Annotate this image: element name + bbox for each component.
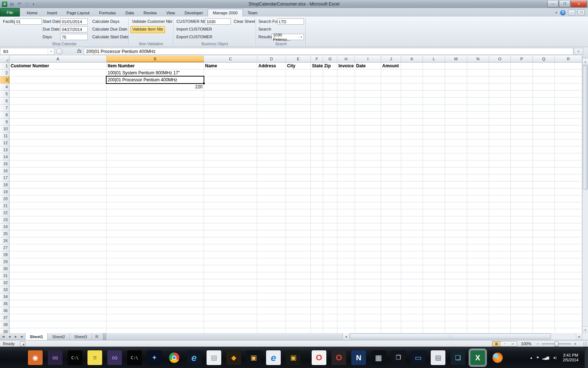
row-header-5[interactable]: 5	[0, 91, 10, 98]
tile-grid-app-icon[interactable]: ▦	[371, 350, 386, 365]
row-header-27[interactable]: 27	[0, 244, 10, 251]
cell-f1[interactable]: State	[311, 63, 323, 69]
column-header-k[interactable]: K	[401, 56, 423, 63]
window-frame-app-icon[interactable]: ❐	[391, 350, 406, 365]
cell-b3[interactable]: 200|01 Processor Pentium 400MHz	[107, 77, 204, 83]
zoom-track[interactable]	[542, 343, 571, 344]
search-for-input[interactable]	[277, 18, 304, 25]
row-header-2[interactable]: 2	[0, 70, 10, 77]
close-button[interactable]: ×	[571, 1, 587, 7]
scroll-down-icon[interactable]: ▼	[582, 326, 588, 333]
row-header-16[interactable]: 16	[0, 167, 10, 174]
ribbon-tab-view[interactable]: View	[162, 9, 180, 17]
firefox-icon[interactable]	[490, 350, 505, 365]
cell-d1[interactable]: Address	[257, 63, 286, 69]
printer-app-icon[interactable]: ▤	[431, 350, 445, 365]
next-sheet-button[interactable]: ▶	[12, 333, 19, 340]
action-center-icon[interactable]: ⚑	[536, 356, 539, 360]
chrome-icon[interactable]	[167, 350, 182, 365]
sheet-tab-sheet1[interactable]: Sheet1	[25, 333, 48, 340]
row-header-18[interactable]: 18	[0, 181, 10, 188]
sheet-tab-sheet3[interactable]: Sheet3	[70, 333, 92, 340]
blue-notebook-app-icon[interactable]: N	[351, 350, 366, 365]
column-header-g[interactable]: G	[323, 56, 337, 63]
row-header-19[interactable]: 19	[0, 188, 10, 195]
vertical-scrollbar[interactable]: ▲ ▼	[582, 56, 588, 333]
opera-icon[interactable]: O	[312, 350, 326, 365]
column-header-f[interactable]: F	[311, 56, 323, 63]
search-button[interactable]: Search	[257, 26, 273, 32]
ribbon-tab-developer[interactable]: Developer	[180, 9, 208, 17]
ribbon-tab-home[interactable]: Home	[22, 9, 42, 17]
cell-j1[interactable]: Amount	[381, 63, 401, 69]
zoom-thumb[interactable]	[555, 342, 559, 347]
days-input[interactable]	[60, 34, 88, 40]
cell-i1[interactable]: Date	[355, 63, 381, 69]
minimize-button[interactable]: —	[547, 1, 559, 7]
undo-icon[interactable]: ↶	[16, 1, 23, 7]
column-header-o[interactable]: O	[489, 56, 511, 63]
horizontal-scrollbar[interactable]: ◀ ▶	[343, 333, 582, 340]
internet-explorer-icon[interactable]: e	[187, 350, 201, 365]
row-header-4[interactable]: 4	[0, 84, 10, 91]
redo-icon[interactable]: ↷	[24, 1, 31, 7]
visual-studio-icon[interactable]: ∞	[48, 350, 62, 365]
cell-b2[interactable]: 100|01 System Pentium 900MHz 17"	[107, 70, 204, 76]
ribbon-tab-manage-2000[interactable]: Manage 2000	[208, 9, 243, 17]
column-header-c[interactable]: C	[204, 56, 257, 63]
import-customer-button[interactable]: Import CUSTOMER	[175, 26, 214, 32]
orange-map-app-icon[interactable]: ◉	[28, 350, 43, 365]
scroll-left-icon[interactable]: ◀	[343, 333, 349, 340]
row-header-35[interactable]: 35	[0, 300, 10, 307]
row-header-9[interactable]: 9	[0, 118, 10, 125]
row-header-12[interactable]: 12	[0, 139, 10, 146]
remote-desktop-icon[interactable]: ▭	[411, 350, 426, 365]
column-header-h[interactable]: H	[337, 56, 355, 63]
row-header-8[interactable]: 8	[0, 112, 10, 118]
row-header-13[interactable]: 13	[0, 146, 10, 153]
name-box[interactable]: B3 ▾	[0, 48, 54, 55]
ribbon-tab-insert[interactable]: Insert	[42, 9, 62, 17]
zoom-out-icon[interactable]: −	[535, 342, 540, 346]
row-header-28[interactable]: 28	[0, 251, 10, 258]
last-sheet-button[interactable]: ▶|	[19, 333, 25, 340]
page-break-view-button[interactable]: ▱	[509, 342, 517, 346]
show-desktop-button[interactable]	[584, 347, 588, 368]
validate-item-nbr-button[interactable]: Validate Item Nbr	[130, 26, 165, 33]
formula-bar-expand-icon[interactable]: ∨	[574, 48, 583, 55]
row-header-25[interactable]: 25	[0, 230, 10, 237]
document-viewer-icon[interactable]: ▤	[207, 350, 221, 365]
qat-customize-icon[interactable]: ▾	[32, 1, 35, 7]
column-header-q[interactable]: Q	[533, 56, 555, 63]
row-header-23[interactable]: 23	[0, 216, 10, 223]
customer-nbr-input[interactable]	[205, 18, 231, 25]
scroll-up-icon[interactable]: ▲	[582, 59, 588, 65]
select-all-corner[interactable]	[0, 56, 10, 63]
row-header-6[interactable]: 6	[0, 98, 10, 105]
start-date-input[interactable]	[60, 18, 88, 25]
row-header-22[interactable]: 22	[0, 209, 10, 216]
help-icon[interactable]: ?	[560, 10, 566, 15]
cell-h1[interactable]: Invoice	[337, 63, 355, 69]
network-icon[interactable]: ▂▄▆	[542, 356, 549, 360]
ribbon-tab-data[interactable]: Data	[121, 9, 139, 17]
row-header-20[interactable]: 20	[0, 195, 10, 202]
row-header-37[interactable]: 37	[0, 314, 10, 321]
row-header-36[interactable]: 36	[0, 307, 10, 314]
results-dropdown[interactable]: 1030 Peterso... ▾	[272, 34, 304, 40]
row-header-39[interactable]: 39	[0, 328, 10, 333]
macro-record-icon[interactable]	[20, 342, 25, 346]
opera-dark-icon[interactable]: O	[331, 350, 346, 365]
column-header-r[interactable]: R	[555, 56, 582, 63]
row-header-29[interactable]: 29	[0, 258, 10, 265]
column-header-j[interactable]: J	[381, 56, 401, 63]
clear-sheet-button[interactable]: Clear Sheet	[232, 18, 257, 25]
facility-input[interactable]	[15, 18, 42, 25]
column-header-l[interactable]: L	[423, 56, 445, 63]
name-box-dropdown-icon[interactable]: ▾	[48, 48, 54, 54]
insert-function-icon[interactable]: fx	[77, 48, 81, 54]
excel-app-icon[interactable]: X	[2, 1, 7, 7]
first-sheet-button[interactable]: |◀	[0, 333, 6, 340]
minimize-ribbon-icon[interactable]: ∧	[555, 11, 557, 14]
folder-documents-icon[interactable]: ▣	[286, 350, 301, 365]
